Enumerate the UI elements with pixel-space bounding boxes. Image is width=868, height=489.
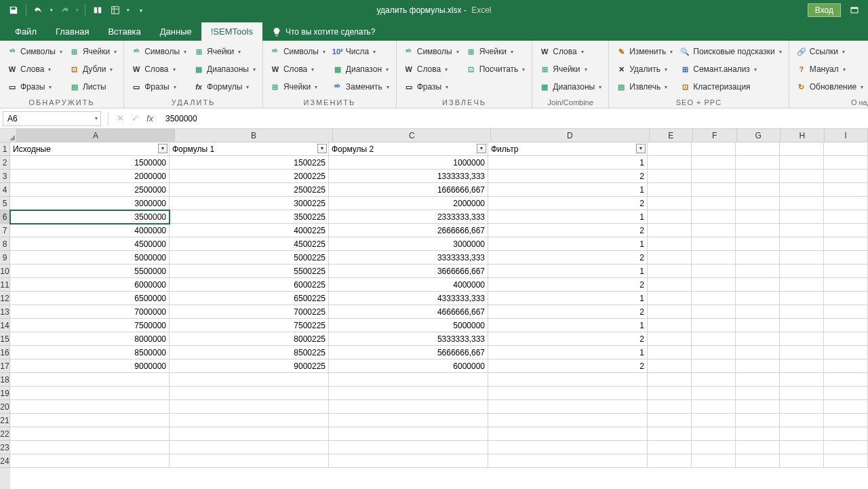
row-header-2[interactable]: 2 (0, 156, 10, 170)
col-header-a[interactable]: A (17, 129, 175, 142)
cell[interactable] (488, 373, 648, 387)
join-cells[interactable]: ⊞Ячейки▾ (536, 61, 604, 77)
tab-semtools[interactable]: !SEMTools (201, 22, 262, 41)
cell[interactable] (648, 400, 692, 414)
cell[interactable] (736, 414, 780, 427)
cell[interactable]: Фильтр▼ (488, 142, 648, 156)
change-symbols[interactable]: ᵃᵇСимволы▾ (267, 43, 328, 60)
name-box-caret[interactable]: ▾ (95, 115, 98, 121)
row-header-23[interactable]: 23 (0, 441, 10, 454)
cell[interactable] (824, 319, 868, 332)
cell[interactable]: 1 (488, 210, 648, 224)
cell[interactable] (648, 197, 692, 210)
seo-semantic[interactable]: ⊞Семант.анализ▾ (677, 61, 785, 77)
cell[interactable] (824, 142, 868, 156)
cell[interactable] (692, 292, 736, 305)
cell[interactable]: 7000000 (10, 305, 170, 319)
detect-symbols[interactable]: ᵃᵇСимволы▾ (4, 43, 65, 60)
cancel-formula-button[interactable]: ✕ (113, 111, 127, 126)
delete-words[interactable]: WСлова▾ (128, 61, 189, 77)
cell[interactable] (692, 373, 736, 387)
cell[interactable] (736, 319, 780, 332)
row-header-7[interactable]: 7 (0, 224, 10, 237)
cell[interactable] (648, 292, 692, 305)
cell[interactable]: 5666666,667 (329, 346, 488, 359)
cell[interactable] (824, 427, 868, 441)
delete-ranges[interactable]: ▦Диапазоны▾ (191, 61, 258, 77)
seo-suggestions[interactable]: 🔍Поисковые подсказки▾ (677, 43, 785, 60)
cell[interactable]: 1 (488, 292, 648, 305)
cell[interactable]: 8500000 (10, 346, 170, 359)
cell[interactable] (736, 142, 780, 156)
cell[interactable]: 6500225 (170, 292, 329, 305)
cell[interactable]: 1666666,667 (329, 183, 488, 197)
cell[interactable] (736, 224, 780, 237)
cell[interactable] (648, 251, 692, 265)
row-header-1[interactable]: 1 (0, 142, 10, 156)
change-range[interactable]: ▦Диапазон▾ (330, 61, 392, 77)
cell[interactable]: 2 (488, 197, 648, 210)
cell[interactable] (736, 197, 780, 210)
cell[interactable]: 6000225 (170, 278, 329, 292)
cell[interactable] (648, 414, 692, 427)
cell[interactable] (648, 305, 692, 319)
cell[interactable] (780, 156, 824, 170)
cell[interactable] (780, 359, 824, 373)
cell[interactable]: 2 (488, 224, 648, 237)
cell[interactable]: 2000000 (10, 170, 170, 183)
cell[interactable]: 8500225 (170, 346, 329, 359)
cell[interactable]: 1500000 (10, 156, 170, 170)
cell[interactable] (488, 441, 648, 454)
cell[interactable] (824, 210, 868, 224)
cell[interactable] (736, 183, 780, 197)
cell[interactable]: 2000225 (170, 170, 329, 183)
change-replace[interactable]: ᵃᵇЗаменить▾ (330, 79, 392, 95)
insert-function-button[interactable]: fx (142, 111, 157, 126)
cell[interactable]: 2 (488, 359, 648, 373)
cell[interactable] (329, 414, 488, 427)
detect-cells[interactable]: ⊞Ячейки▾ (66, 43, 119, 60)
row-header-24[interactable]: 24 (0, 454, 10, 468)
cell[interactable] (648, 170, 692, 183)
cell[interactable]: 8000000 (10, 332, 170, 346)
cell[interactable]: Формулы 2▼ (329, 142, 488, 156)
about-update[interactable]: ↻Обновление▾ (793, 79, 866, 95)
cell[interactable] (692, 265, 736, 278)
cell[interactable]: 5500000 (10, 265, 170, 278)
cell[interactable] (648, 332, 692, 346)
login-button[interactable]: Вход (808, 3, 841, 17)
cell[interactable] (648, 210, 692, 224)
delete-formulas[interactable]: fxФормулы▾ (191, 79, 258, 95)
cell[interactable]: 2 (488, 170, 648, 183)
cell[interactable]: 6000000 (10, 278, 170, 292)
cell[interactable] (692, 197, 736, 210)
about-manual[interactable]: ?Мануал▾ (793, 61, 866, 77)
cell[interactable]: Формулы 1▼ (170, 142, 329, 156)
cell[interactable]: 5500225 (170, 265, 329, 278)
cell[interactable] (692, 278, 736, 292)
extract-phrases[interactable]: ▭Фразы▾ (401, 79, 462, 95)
cell[interactable] (780, 224, 824, 237)
filter-dropdown-button[interactable]: ▼ (158, 144, 167, 153)
col-header-g[interactable]: G (737, 129, 781, 142)
cell[interactable] (10, 414, 170, 427)
filter-dropdown-button[interactable]: ▼ (317, 144, 327, 153)
cell[interactable] (780, 278, 824, 292)
cell[interactable]: 1 (488, 237, 648, 251)
cell[interactable]: 4500225 (170, 237, 329, 251)
change-numbers[interactable]: 10²Числа▾ (330, 43, 392, 60)
cell[interactable] (780, 170, 824, 183)
col-header-b[interactable]: B (175, 129, 333, 142)
cell[interactable] (10, 441, 170, 454)
cell[interactable] (824, 278, 868, 292)
cell[interactable] (824, 156, 868, 170)
cell[interactable] (736, 359, 780, 373)
cell[interactable] (736, 400, 780, 414)
formula-input[interactable] (157, 111, 868, 126)
cell[interactable] (692, 237, 736, 251)
cell[interactable] (736, 373, 780, 387)
about-links[interactable]: 🔗Ссылки▾ (793, 43, 866, 60)
cell[interactable] (488, 454, 648, 468)
delete-cells[interactable]: ⊞Ячейки▾ (191, 43, 258, 60)
cell[interactable]: 7500000 (10, 319, 170, 332)
